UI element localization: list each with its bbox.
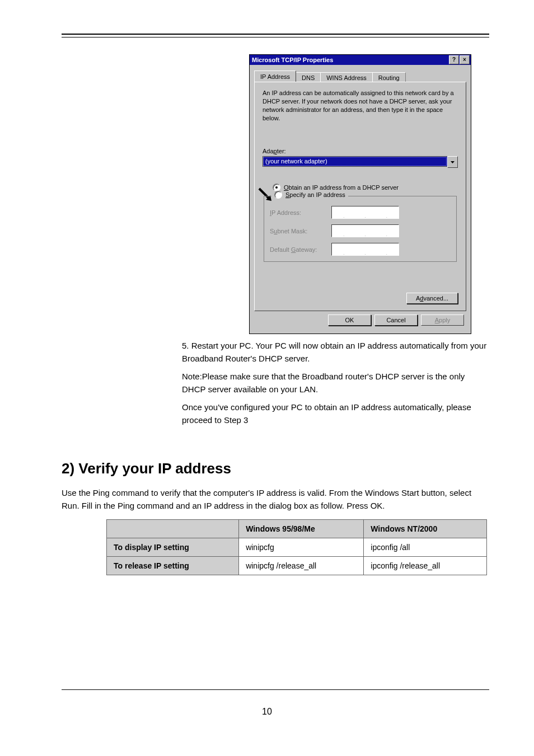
apply-button[interactable]: Apply <box>421 314 464 326</box>
tab-ip-address[interactable]: IP Address <box>254 71 296 82</box>
subnet-mask-label: Subnet Mask: <box>270 228 331 234</box>
svg-marker-0 <box>451 161 455 163</box>
ip-address-input[interactable]: ... <box>331 206 399 219</box>
radio-specify-ip[interactable]: Specify an IP address <box>272 191 348 199</box>
table-cell: To release IP setting <box>107 556 239 575</box>
header-rule-thick <box>62 34 489 35</box>
table-row: To display IP setting winipcfg ipconfig … <box>107 538 487 556</box>
footer-rule <box>62 689 489 690</box>
radio-icon-unselected <box>274 191 282 199</box>
adapter-label: Adapter: <box>263 148 458 154</box>
cancel-button[interactable]: Cancel <box>374 314 418 326</box>
radio-specify-label: Specify an IP address <box>285 191 345 198</box>
specify-ip-groupbox: Specify an IP address IP Address: ... Su… <box>264 196 457 262</box>
dialog-title: Microsoft TCP/IP Properties <box>252 55 333 65</box>
table-row: To release IP setting winipcfg /release_… <box>107 556 487 575</box>
page-number: 10 <box>0 707 534 717</box>
dialog-titlebar[interactable]: Microsoft TCP/IP Properties ? × <box>250 55 471 65</box>
subnet-mask-input[interactable]: ... <box>331 224 399 237</box>
step-5-text: 5. Restart your PC. Your PC will now obt… <box>182 340 489 365</box>
table-header-win9x: Windows 95/98/Me <box>239 519 364 538</box>
radio-dhcp-label: Obtain an IP address from a DHCP server <box>284 184 399 191</box>
table-header-winnt: Windows NT/2000 <box>364 519 487 538</box>
tab-strip: IP Address DNS WINS Address Routing <box>254 69 466 82</box>
table-header-row: Windows 95/98/Me Windows NT/2000 <box>107 519 487 538</box>
chevron-down-icon <box>451 161 455 163</box>
tab-wins-address[interactable]: WINS Address <box>320 72 373 82</box>
section-heading: 2) Verify your IP address <box>62 460 489 477</box>
default-gateway-input[interactable]: ... <box>331 243 399 256</box>
note-text: Note:Please make sure that the Broadband… <box>182 370 489 396</box>
intro-text: An IP address can be automatically assig… <box>263 89 458 122</box>
table-cell: winipcfg /release_all <box>239 556 364 575</box>
section-paragraph: Use the Ping command to verify that the … <box>62 486 489 513</box>
tab-dns[interactable]: DNS <box>296 72 321 82</box>
adapter-value: (your network adapter) <box>263 156 447 167</box>
tab-panel-ip-address: An IP address can be automatically assig… <box>254 82 466 311</box>
close-button[interactable]: × <box>460 55 470 64</box>
table-cell: To display IP setting <box>107 538 239 556</box>
table-cell: ipconfig /all <box>364 538 487 556</box>
header-rule-thin <box>62 37 489 37</box>
tcpip-properties-dialog: Microsoft TCP/IP Properties ? × IP Addre… <box>249 54 471 334</box>
adapter-dropdown-button[interactable] <box>447 156 458 168</box>
table-cell: ipconfig /release_all <box>364 556 487 575</box>
table-header-blank <box>107 519 239 538</box>
advanced-button[interactable]: Advanced... <box>406 293 458 304</box>
table-cell: winipcfg <box>239 538 364 556</box>
adapter-select[interactable]: (your network adapter) <box>263 156 458 168</box>
default-gateway-label: Default Gateway: <box>270 246 331 253</box>
help-button[interactable]: ? <box>449 55 459 64</box>
dialog-button-row: OK Cancel Apply <box>254 311 466 328</box>
ip-address-label: IP Address: <box>270 209 331 216</box>
step-6-text: Once you've configured your PC to obtain… <box>182 401 489 426</box>
ok-button[interactable]: OK <box>328 314 371 326</box>
tab-routing[interactable]: Routing <box>372 72 406 82</box>
ip-commands-table: Windows 95/98/Me Windows NT/2000 To disp… <box>106 519 487 575</box>
